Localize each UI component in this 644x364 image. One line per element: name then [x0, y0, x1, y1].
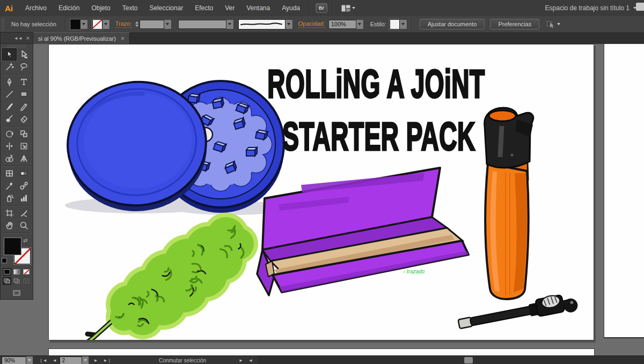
tool-type-tool[interactable]	[17, 76, 31, 88]
tool-shape-builder-tool[interactable]	[2, 152, 17, 165]
stroke-color-swatch[interactable]	[92, 19, 103, 29]
fit-document-button[interactable]: Ajustar documento	[420, 19, 485, 29]
tool-free-transform-tool[interactable]	[17, 140, 31, 152]
stroke-panel-link[interactable]: Trazo:	[115, 20, 132, 28]
tool-lasso-tool[interactable]	[17, 61, 31, 73]
tool-group-divider	[3, 205, 31, 206]
graphic-style-swatch[interactable]	[390, 19, 400, 29]
brush-definition-field[interactable]	[238, 19, 286, 29]
fill-color-indicator[interactable]	[4, 238, 21, 255]
papers-illustration[interactable]	[257, 168, 469, 295]
arrange-documents-button[interactable]	[341, 5, 355, 12]
tool-scale-tool[interactable]	[17, 128, 31, 140]
preferences-button[interactable]: Preferencias	[490, 19, 539, 29]
opacity-field[interactable]: 100%	[328, 20, 356, 29]
fill-color-dropdown[interactable]	[80, 19, 88, 29]
select-similar-control[interactable]	[546, 20, 560, 28]
tool-rotate-tool[interactable]	[2, 128, 17, 140]
none-button[interactable]	[22, 268, 31, 276]
artboard-number-field[interactable]: 2	[60, 356, 82, 364]
opacity-panel-link[interactable]: Opacidad:	[298, 20, 325, 28]
close-icon[interactable]: ×	[26, 35, 30, 41]
tool-eraser-tool[interactable]	[17, 113, 31, 125]
draw-inside-button[interactable]	[22, 277, 31, 285]
tool-hand-tool[interactable]	[2, 219, 17, 232]
stroke-color-dropdown[interactable]	[103, 19, 110, 29]
next-artboard-button[interactable]: ►	[91, 358, 101, 363]
tool-pencil-tool[interactable]	[17, 100, 31, 113]
gradient-button[interactable]	[12, 268, 21, 276]
tool-width-tool[interactable]	[2, 140, 17, 152]
close-icon[interactable]: ×	[121, 36, 125, 41]
menu-item-seleccionar[interactable]: Seleccionar	[143, 4, 189, 12]
artboard-below[interactable]	[48, 348, 595, 355]
tools-panel-header[interactable]: ◄◄ ×	[1, 33, 33, 44]
first-artboard-button[interactable]: ❘◄	[36, 358, 50, 363]
last-artboard-button[interactable]: ►❘	[100, 358, 114, 363]
tool-zoom-tool[interactable]	[17, 219, 31, 232]
tool-line-segment-tool[interactable]	[2, 88, 17, 100]
swap-fill-stroke-icon[interactable]: ⇄	[23, 237, 27, 243]
arrange-documents-icon	[341, 5, 350, 12]
tool-selection-tool[interactable]	[2, 48, 17, 61]
menu-item-edicion[interactable]: Edición	[53, 4, 85, 12]
tool-magic-wand-tool[interactable]	[2, 61, 17, 73]
horizontal-scrollbar[interactable]	[258, 356, 644, 364]
tool-artboard-tool[interactable]	[2, 207, 17, 219]
menu-item-objeto[interactable]: Objeto	[85, 4, 116, 12]
tool-paintbrush-tool[interactable]	[2, 100, 17, 113]
stroke-weight-field[interactable]	[140, 20, 164, 29]
scroll-left-arrow[interactable]: ◄	[246, 358, 255, 363]
menu-item-efecto[interactable]: Efecto	[189, 4, 219, 12]
menu-item-ver[interactable]: Ver	[219, 4, 240, 12]
panel-grip[interactable]	[8, 45, 26, 48]
tool-blob-brush-tool[interactable]	[2, 113, 17, 125]
collapse-panel-icon[interactable]: ◄◄	[14, 36, 23, 41]
tool-gradient-tool[interactable]	[17, 167, 31, 180]
stroke-weight-stepper[interactable]	[135, 21, 138, 27]
artboard-2[interactable]	[604, 44, 644, 338]
tool-slice-tool[interactable]	[17, 207, 31, 219]
menu-item-texto[interactable]: Texto	[116, 4, 144, 12]
artboard-number-dropdown[interactable]	[82, 356, 89, 364]
scrollbar-thumb[interactable]	[464, 357, 473, 363]
color-button[interactable]	[3, 268, 11, 276]
width-profile-dropdown[interactable]	[226, 19, 234, 29]
width-profile-field[interactable]	[178, 20, 226, 29]
tool-blend-tool[interactable]	[17, 180, 31, 192]
zoom-level-field[interactable]: 90%	[2, 356, 26, 364]
bridge-button[interactable]: Br	[316, 3, 327, 13]
canvas-workspace[interactable]: ROLLiNG A JOiNT STARTER PACK ᛭trazado	[0, 44, 644, 355]
tool-eyedropper-tool[interactable]	[2, 180, 17, 192]
window-minimize-button[interactable]	[636, 3, 644, 11]
tool-rectangle-tool[interactable]	[17, 88, 31, 100]
tool-pen-tool[interactable]	[2, 76, 17, 88]
brush-definition-dropdown[interactable]	[286, 19, 293, 29]
bud-illustration[interactable]	[84, 213, 258, 340]
draw-normal-button[interactable]	[3, 277, 11, 285]
artwork-title-line2[interactable]: STARTER PACK	[258, 113, 500, 159]
graphic-style-dropdown[interactable]	[400, 19, 407, 29]
menu-item-ayuda[interactable]: Ayuda	[276, 4, 306, 12]
document-tab[interactable]: si al 90% (RGB/Previsualizar) ×	[33, 32, 130, 44]
status-menu-arrow[interactable]: ►	[236, 358, 246, 363]
draw-behind-button[interactable]	[12, 277, 21, 285]
workspace-switcher[interactable]: Espacio de trabajo sin título 1	[538, 4, 644, 12]
opacity-dropdown[interactable]	[356, 19, 364, 29]
artwork-title-line1[interactable]: ROLLiNG A JOiNT	[247, 61, 505, 107]
screen-mode-button[interactable]	[12, 289, 21, 296]
tool-column-graph-tool[interactable]	[17, 192, 31, 204]
tool-symbol-sprayer-tool[interactable]	[2, 192, 17, 204]
artboard-1[interactable]: ROLLiNG A JOiNT STARTER PACK ᛭trazado	[48, 44, 594, 340]
menu-item-archivo[interactable]: Archivo	[19, 4, 53, 12]
previous-artboard-button[interactable]: ◄	[50, 358, 60, 363]
zoom-level-dropdown[interactable]	[26, 356, 33, 364]
menu-item-ventana[interactable]: Ventana	[240, 4, 276, 12]
fill-color-swatch[interactable]	[70, 19, 80, 29]
panel-grip[interactable]	[1, 18, 5, 30]
tool-direct-selection-tool[interactable]	[17, 48, 31, 61]
stroke-weight-dropdown[interactable]	[164, 19, 172, 29]
default-fill-stroke-icon[interactable]	[2, 256, 9, 263]
tool-mesh-tool[interactable]	[2, 167, 17, 180]
tool-perspective-grid-tool[interactable]	[17, 152, 31, 165]
